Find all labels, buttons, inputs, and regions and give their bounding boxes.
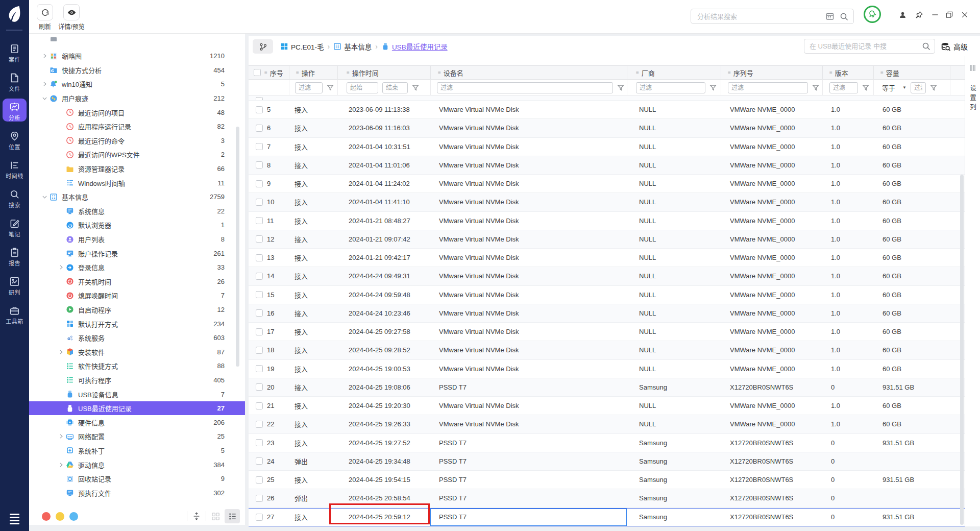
- row-checkbox[interactable]: [256, 347, 263, 354]
- nav-item-research[interactable]: 研判: [0, 272, 29, 301]
- row-checkbox[interactable]: [256, 125, 263, 132]
- table-row-8[interactable]: 8接入2024-01-04 11:01:06VMware Virtual NVM…: [249, 156, 965, 175]
- column-settings-strip[interactable]: 设置列: [965, 56, 980, 526]
- tree-item-最近访问的项目[interactable]: 最近访问的项目48: [29, 105, 245, 119]
- tree-item-用户痕迹[interactable]: 用户痕迹212: [29, 91, 245, 106]
- tree-scrollbar[interactable]: [236, 127, 239, 367]
- global-search-input[interactable]: [691, 13, 825, 20]
- row-checkbox[interactable]: [256, 106, 263, 113]
- refresh-button[interactable]: 刷新: [36, 4, 54, 31]
- nav-item-case[interactable]: 案件: [0, 39, 29, 68]
- column-header-capacity[interactable]: ≡容量: [873, 66, 950, 79]
- row-checkbox[interactable]: [256, 495, 263, 502]
- tree-item-驱动信息[interactable]: 驱动信息384: [29, 457, 245, 472]
- cell-device[interactable]: PSSD T7: [430, 471, 627, 489]
- table-search-input[interactable]: [804, 42, 922, 50]
- nav-item-timeline[interactable]: 时间线: [0, 155, 29, 184]
- capacity-filter-input[interactable]: [911, 82, 926, 93]
- chevron-down-icon[interactable]: [41, 194, 50, 200]
- tree-item-账户操作记录[interactable]: 账户操作记录261: [29, 246, 245, 260]
- tree-item-Windows时间轴[interactable]: Windows时间轴11: [29, 176, 245, 190]
- cell-device[interactable]: VMware Virtual NVMe Disk: [430, 212, 627, 230]
- cell-device[interactable]: VMware Virtual NVMe Disk: [430, 341, 627, 359]
- nav-item-toolbox[interactable]: 工具箱: [0, 301, 29, 330]
- tree-item-默认打开方式[interactable]: 默认打开方式234: [29, 317, 245, 331]
- preview-button[interactable]: 详情/预览: [57, 4, 86, 31]
- breadcrumb-section[interactable]: 基本信息: [344, 41, 372, 52]
- table-row-15[interactable]: 15接入2024-04-24 09:59:48VMware Virtual NV…: [249, 286, 965, 304]
- funnel-icon[interactable]: [412, 84, 419, 91]
- table-row-11[interactable]: 11接入2024-01-21 08:48:27VMware Virtual NV…: [249, 212, 965, 230]
- row-checkbox[interactable]: [256, 514, 263, 521]
- tree-item-开关机时间[interactable]: 开关机时间26: [29, 275, 245, 289]
- cell-device[interactable]: PSSD T7: [430, 452, 627, 470]
- column-header-version[interactable]: ≡版本: [822, 66, 873, 79]
- tree-item-应用程序运行记录[interactable]: 应用程序运行记录82: [29, 119, 245, 134]
- row-checkbox[interactable]: [256, 291, 263, 298]
- table-scrollbar[interactable]: [960, 175, 964, 525]
- row-checkbox[interactable]: [256, 439, 263, 446]
- nav-item-note[interactable]: 笔记: [0, 213, 29, 243]
- column-header-time[interactable]: ≡操作时间: [337, 66, 430, 79]
- tree-item-登录信息[interactable]: 登录信息33: [29, 260, 245, 275]
- grid-view-icon[interactable]: [211, 512, 220, 521]
- cell-device[interactable]: PSSD T7: [430, 434, 627, 452]
- row-checkbox[interactable]: [256, 97, 263, 101]
- row-checkbox[interactable]: [256, 235, 263, 243]
- tree-item-回收站记录[interactable]: 回收站记录9: [29, 472, 245, 486]
- tree-item-用户列表[interactable]: 用户列表8: [29, 232, 245, 247]
- cell-device[interactable]: PSSD T7: [430, 509, 627, 526]
- select-all-checkbox[interactable]: [254, 69, 261, 76]
- minimize-icon[interactable]: [930, 10, 940, 19]
- chevron-down-icon[interactable]: [41, 95, 50, 102]
- tree-view-button[interactable]: [253, 39, 273, 54]
- table-row-20[interactable]: 20接入2024-04-25 19:08:06PSSD T7SamsungX12…: [249, 378, 965, 397]
- tree-item-默认浏览器[interactable]: 默认浏览器1: [29, 218, 245, 232]
- cell-device[interactable]: VMware Virtual NVMe Disk: [430, 249, 627, 267]
- tree-item-安装软件[interactable]: 安装软件87: [29, 345, 245, 359]
- status-dot-yellow[interactable]: [56, 512, 64, 521]
- table-row-21[interactable]: 21接入2024-04-25 19:20:30VMware Virtual NV…: [249, 397, 965, 415]
- table-row-6[interactable]: 6接入2023-06-09 11:16:03VMware Virtual NVM…: [249, 119, 965, 137]
- breadcrumb-page[interactable]: USB最近使用记录: [392, 41, 448, 52]
- tree-item-预执行文件[interactable]: 预执行文件302: [29, 486, 245, 500]
- cell-device[interactable]: VMware Virtual NVMe Disk: [430, 397, 627, 415]
- funnel-icon[interactable]: [812, 84, 819, 91]
- tree-item-快捷方式分析[interactable]: 快捷方式分析454: [29, 63, 245, 78]
- tree-item-USB最近使用记录[interactable]: USB最近使用记录27: [29, 401, 245, 416]
- funnel-icon[interactable]: [709, 84, 717, 91]
- row-checkbox[interactable]: [256, 421, 263, 428]
- tree-item-系统补丁[interactable]: 系统补丁5: [29, 444, 245, 458]
- row-checkbox[interactable]: [256, 217, 263, 224]
- chevron-right-icon[interactable]: [58, 264, 66, 271]
- vendor-filter-input[interactable]: [636, 82, 705, 93]
- row-checkbox[interactable]: [256, 328, 263, 335]
- tree-item-partial[interactable]: [29, 34, 245, 49]
- list-view-icon[interactable]: [225, 509, 240, 523]
- row-checkbox[interactable]: [256, 457, 263, 465]
- row-checkbox[interactable]: [256, 365, 263, 372]
- nav-item-report[interactable]: 报告: [0, 243, 29, 272]
- tree-item-缩略图[interactable]: 缩略图1210: [29, 49, 245, 63]
- row-checkbox[interactable]: [256, 143, 263, 150]
- nav-item-file[interactable]: 文件: [0, 68, 29, 97]
- breadcrumb-machine[interactable]: PC.E01-毛: [291, 41, 324, 52]
- funnel-icon[interactable]: [930, 84, 937, 91]
- table-row-24[interactable]: 24弹出2024-04-25 19:34:48PSSD T7SamsungX12…: [249, 452, 965, 471]
- tree-item-软件快捷方式[interactable]: 软件快捷方式88: [29, 359, 245, 373]
- cell-device[interactable]: VMware Virtual NVMe Disk: [430, 119, 627, 137]
- calendar-icon[interactable]: [825, 12, 835, 21]
- cell-device[interactable]: VMware Virtual NVMe Disk: [430, 156, 627, 174]
- column-header-index[interactable]: ≡序号: [249, 66, 289, 79]
- pin-window-icon[interactable]: [914, 10, 923, 19]
- cell-device[interactable]: PSSD T7: [430, 378, 627, 396]
- cell-device[interactable]: VMware Virtual NVMe Disk: [430, 415, 627, 433]
- table-row-19[interactable]: 19接入2024-04-25 19:00:53VMware Virtual NV…: [249, 360, 965, 378]
- tree-item-最近运行的命令[interactable]: 最近运行的命令3: [29, 134, 245, 148]
- table-row-27[interactable]: 27接入2024-04-25 20:59:12PSSD T7SamsungX12…: [249, 508, 965, 526]
- column-header-device[interactable]: ≡设备名: [430, 66, 627, 79]
- cell-device[interactable]: VMware Virtual NVMe Disk: [430, 323, 627, 341]
- cell-device[interactable]: VMware Virtual NVMe Disk: [430, 286, 627, 304]
- chevron-right-icon[interactable]: [58, 349, 66, 355]
- tree-item-USB设备信息[interactable]: USB设备信息7: [29, 387, 245, 401]
